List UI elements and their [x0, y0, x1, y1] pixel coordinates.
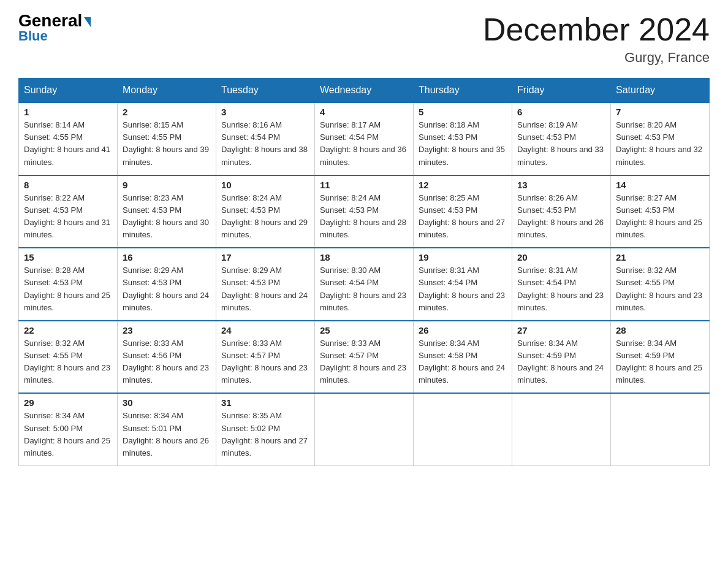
day-info: Sunrise: 8:16 AM Sunset: 4:54 PM Dayligh…: [221, 119, 309, 169]
calendar-week-row: 8 Sunrise: 8:22 AM Sunset: 4:53 PM Dayli…: [19, 175, 710, 248]
day-number: 9: [123, 180, 211, 190]
day-info: Sunrise: 8:28 AM Sunset: 4:53 PM Dayligh…: [24, 264, 112, 314]
table-row: 4 Sunrise: 8:17 AM Sunset: 4:54 PM Dayli…: [315, 102, 414, 175]
col-sunday: Sunday: [19, 79, 118, 103]
day-number: 1: [24, 107, 112, 117]
day-info: Sunrise: 8:31 AM Sunset: 4:54 PM Dayligh…: [517, 264, 605, 314]
table-row: 31 Sunrise: 8:35 AM Sunset: 5:02 PM Dayl…: [216, 393, 315, 465]
col-wednesday: Wednesday: [315, 79, 414, 103]
table-row: 12 Sunrise: 8:25 AM Sunset: 4:53 PM Dayl…: [414, 175, 512, 248]
day-info: Sunrise: 8:34 AM Sunset: 4:59 PM Dayligh…: [517, 337, 605, 387]
table-row: 28 Sunrise: 8:34 AM Sunset: 4:59 PM Dayl…: [611, 321, 710, 394]
table-row: 11 Sunrise: 8:24 AM Sunset: 4:53 PM Dayl…: [315, 175, 414, 248]
day-number: 12: [419, 180, 507, 190]
table-row: 15 Sunrise: 8:28 AM Sunset: 4:53 PM Dayl…: [19, 248, 118, 321]
day-info: Sunrise: 8:15 AM Sunset: 4:55 PM Dayligh…: [123, 119, 211, 169]
table-row: 27 Sunrise: 8:34 AM Sunset: 4:59 PM Dayl…: [512, 321, 611, 394]
day-number: 23: [123, 325, 211, 335]
day-number: 19: [419, 252, 507, 262]
table-row: 17 Sunrise: 8:29 AM Sunset: 4:53 PM Dayl…: [216, 248, 315, 321]
table-row: [414, 393, 512, 465]
day-number: 16: [123, 252, 211, 262]
day-info: Sunrise: 8:25 AM Sunset: 4:53 PM Dayligh…: [419, 192, 507, 242]
day-info: Sunrise: 8:32 AM Sunset: 4:55 PM Dayligh…: [616, 264, 704, 314]
table-row: 20 Sunrise: 8:31 AM Sunset: 4:54 PM Dayl…: [512, 248, 611, 321]
table-row: 30 Sunrise: 8:34 AM Sunset: 5:01 PM Dayl…: [118, 393, 216, 465]
day-info: Sunrise: 8:29 AM Sunset: 4:53 PM Dayligh…: [123, 264, 211, 314]
calendar-header-row: Sunday Monday Tuesday Wednesday Thursday…: [19, 79, 710, 103]
table-row: 26 Sunrise: 8:34 AM Sunset: 4:58 PM Dayl…: [414, 321, 512, 394]
page-header: General Blue December 2024 Gurgy, France: [18, 12, 710, 66]
day-number: 30: [123, 397, 211, 408]
day-number: 24: [221, 325, 309, 335]
table-row: 13 Sunrise: 8:26 AM Sunset: 4:53 PM Dayl…: [512, 175, 611, 248]
table-row: 29 Sunrise: 8:34 AM Sunset: 5:00 PM Dayl…: [19, 393, 118, 465]
day-info: Sunrise: 8:33 AM Sunset: 4:57 PM Dayligh…: [320, 337, 408, 387]
table-row: [315, 393, 414, 465]
day-info: Sunrise: 8:34 AM Sunset: 4:59 PM Dayligh…: [616, 337, 704, 387]
logo: General Blue: [18, 12, 91, 44]
day-number: 21: [616, 252, 704, 262]
table-row: [512, 393, 611, 465]
logo-general: General: [18, 12, 91, 29]
table-row: 7 Sunrise: 8:20 AM Sunset: 4:53 PM Dayli…: [611, 102, 710, 175]
calendar-week-row: 15 Sunrise: 8:28 AM Sunset: 4:53 PM Dayl…: [19, 248, 710, 321]
calendar-table: Sunday Monday Tuesday Wednesday Thursday…: [18, 78, 710, 466]
day-number: 15: [24, 252, 112, 262]
location: Gurgy, France: [483, 50, 710, 66]
day-info: Sunrise: 8:30 AM Sunset: 4:54 PM Dayligh…: [320, 264, 408, 314]
table-row: 19 Sunrise: 8:31 AM Sunset: 4:54 PM Dayl…: [414, 248, 512, 321]
day-number: 28: [616, 325, 704, 335]
table-row: 25 Sunrise: 8:33 AM Sunset: 4:57 PM Dayl…: [315, 321, 414, 394]
day-number: 7: [616, 107, 704, 117]
table-row: 14 Sunrise: 8:27 AM Sunset: 4:53 PM Dayl…: [611, 175, 710, 248]
day-info: Sunrise: 8:26 AM Sunset: 4:53 PM Dayligh…: [517, 192, 605, 242]
day-number: 27: [517, 325, 605, 335]
day-number: 3: [221, 107, 309, 117]
table-row: 8 Sunrise: 8:22 AM Sunset: 4:53 PM Dayli…: [19, 175, 118, 248]
day-number: 14: [616, 180, 704, 190]
day-number: 17: [221, 252, 309, 262]
col-tuesday: Tuesday: [216, 79, 315, 103]
col-monday: Monday: [118, 79, 216, 103]
table-row: 1 Sunrise: 8:14 AM Sunset: 4:55 PM Dayli…: [19, 102, 118, 175]
day-number: 2: [123, 107, 211, 117]
day-number: 20: [517, 252, 605, 262]
table-row: [611, 393, 710, 465]
col-friday: Friday: [512, 79, 611, 103]
table-row: 6 Sunrise: 8:19 AM Sunset: 4:53 PM Dayli…: [512, 102, 611, 175]
day-info: Sunrise: 8:34 AM Sunset: 5:00 PM Dayligh…: [24, 410, 112, 459]
table-row: 18 Sunrise: 8:30 AM Sunset: 4:54 PM Dayl…: [315, 248, 414, 321]
day-info: Sunrise: 8:32 AM Sunset: 4:55 PM Dayligh…: [24, 337, 112, 387]
table-row: 3 Sunrise: 8:16 AM Sunset: 4:54 PM Dayli…: [216, 102, 315, 175]
day-number: 11: [320, 180, 408, 190]
table-row: 5 Sunrise: 8:18 AM Sunset: 4:53 PM Dayli…: [414, 102, 512, 175]
day-info: Sunrise: 8:35 AM Sunset: 5:02 PM Dayligh…: [221, 410, 309, 459]
day-info: Sunrise: 8:34 AM Sunset: 5:01 PM Dayligh…: [123, 410, 211, 459]
table-row: 24 Sunrise: 8:33 AM Sunset: 4:57 PM Dayl…: [216, 321, 315, 394]
day-number: 13: [517, 180, 605, 190]
day-number: 8: [24, 180, 112, 190]
day-info: Sunrise: 8:24 AM Sunset: 4:53 PM Dayligh…: [320, 192, 408, 242]
day-number: 31: [221, 397, 309, 408]
logo-blue-text: Blue: [18, 28, 48, 44]
table-row: 22 Sunrise: 8:32 AM Sunset: 4:55 PM Dayl…: [19, 321, 118, 394]
day-info: Sunrise: 8:33 AM Sunset: 4:57 PM Dayligh…: [221, 337, 309, 387]
table-row: 10 Sunrise: 8:24 AM Sunset: 4:53 PM Dayl…: [216, 175, 315, 248]
day-info: Sunrise: 8:31 AM Sunset: 4:54 PM Dayligh…: [419, 264, 507, 314]
day-info: Sunrise: 8:23 AM Sunset: 4:53 PM Dayligh…: [123, 192, 211, 242]
day-info: Sunrise: 8:14 AM Sunset: 4:55 PM Dayligh…: [24, 119, 112, 169]
calendar-week-row: 29 Sunrise: 8:34 AM Sunset: 5:00 PM Dayl…: [19, 393, 710, 465]
calendar-week-row: 22 Sunrise: 8:32 AM Sunset: 4:55 PM Dayl…: [19, 321, 710, 394]
day-info: Sunrise: 8:17 AM Sunset: 4:54 PM Dayligh…: [320, 119, 408, 169]
day-number: 10: [221, 180, 309, 190]
month-title: December 2024: [483, 12, 710, 47]
day-info: Sunrise: 8:27 AM Sunset: 4:53 PM Dayligh…: [616, 192, 704, 242]
table-row: 9 Sunrise: 8:23 AM Sunset: 4:53 PM Dayli…: [118, 175, 216, 248]
day-number: 25: [320, 325, 408, 335]
day-number: 4: [320, 107, 408, 117]
day-info: Sunrise: 8:20 AM Sunset: 4:53 PM Dayligh…: [616, 119, 704, 169]
day-number: 22: [24, 325, 112, 335]
table-row: 21 Sunrise: 8:32 AM Sunset: 4:55 PM Dayl…: [611, 248, 710, 321]
day-info: Sunrise: 8:34 AM Sunset: 4:58 PM Dayligh…: [419, 337, 507, 387]
